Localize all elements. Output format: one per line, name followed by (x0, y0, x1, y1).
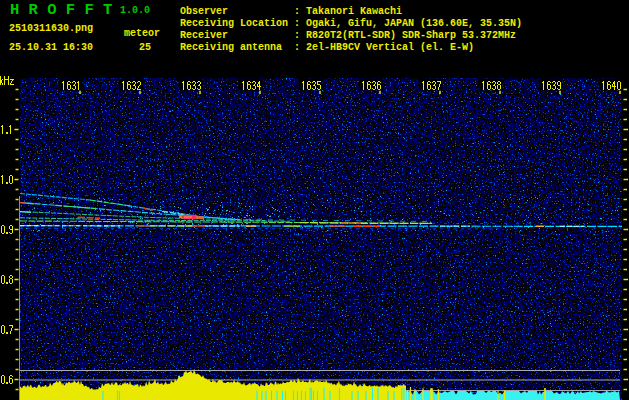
svg-text:meteor: meteor (124, 28, 160, 39)
svg-text:: 2el-HB9CV Vertical (el. E-W): : 2el-HB9CV Vertical (el. E-W) (294, 42, 474, 53)
svg-text:Receiving antenna: Receiving antenna (180, 42, 282, 53)
svg-text:: Ogaki, Gifu, JAPAN (136.60E,: : Ogaki, Gifu, JAPAN (136.60E, 35.35N) (294, 18, 522, 29)
svg-text:25.10.31 16:30: 25.10.31 16:30 (9, 42, 93, 53)
svg-text:1.0.0: 1.0.0 (120, 5, 150, 16)
svg-text:: R820T2(RTL-SDR) SDR-Sharp 53: : R820T2(RTL-SDR) SDR-Sharp 53.372MHz (294, 30, 516, 41)
svg-text:25: 25 (139, 42, 151, 53)
svg-text:Observer: Observer (180, 6, 228, 17)
svg-text:H R O F F T: H R O F F T (10, 1, 112, 19)
svg-text:Receiver: Receiver (180, 30, 228, 41)
svg-text:: Takanori Kawachi: : Takanori Kawachi (294, 6, 402, 17)
svg-text:Receiving Location: Receiving Location (180, 18, 288, 29)
svg-text:2510311630.png: 2510311630.png (9, 23, 93, 34)
